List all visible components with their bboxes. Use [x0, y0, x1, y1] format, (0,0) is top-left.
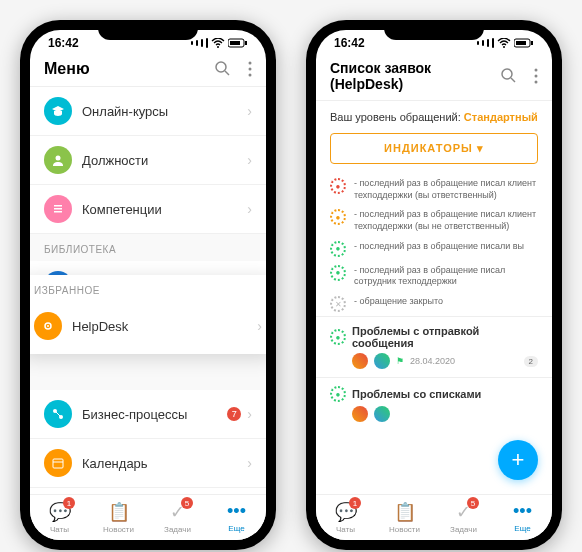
- more-icon[interactable]: [534, 68, 538, 84]
- flag-icon: ⚑: [396, 356, 404, 366]
- menu-label: Онлайн-курсы: [82, 104, 247, 119]
- process-icon: [44, 400, 72, 428]
- ticket-status-icon: ●: [330, 386, 346, 402]
- tab-more[interactable]: •••Еще: [207, 499, 266, 536]
- svg-point-25: [502, 69, 512, 79]
- ticket-item[interactable]: ● Проблемы со списками: [316, 377, 552, 430]
- list-icon: [44, 195, 72, 223]
- section-favorites: ИЗБРАННОЕ: [30, 275, 266, 302]
- svg-point-27: [535, 69, 538, 72]
- indicator-icon: ●: [330, 241, 346, 257]
- section-library: БИБЛИОТЕКА: [30, 234, 266, 261]
- more-dots-icon: •••: [227, 501, 246, 522]
- page-title: Список заявок (HelpDesk): [330, 60, 500, 92]
- news-icon: 📋: [108, 501, 130, 523]
- indicator-row: ●- последний раз в обращение писал сотру…: [316, 261, 552, 292]
- menu-item-positions[interactable]: Должности ›: [30, 136, 266, 185]
- ticket-status-icon: ●: [330, 329, 346, 345]
- svg-point-7: [249, 68, 252, 71]
- chevron-right-icon: ›: [247, 406, 252, 422]
- svg-point-4: [216, 62, 226, 72]
- more-dots-icon: •••: [513, 501, 532, 522]
- menu-item-competencies[interactable]: Компетенции ›: [30, 185, 266, 234]
- ticket-title: Проблемы со списками: [352, 388, 538, 400]
- avatar: [374, 353, 390, 369]
- phone-right: 16:42 Список заявок (HelpDesk) Ваш урове…: [306, 20, 562, 550]
- tab-news[interactable]: 📋Новости: [375, 499, 434, 536]
- svg-rect-10: [54, 205, 62, 207]
- graduation-icon: [44, 97, 72, 125]
- menu-item-calendar[interactable]: Календарь ›: [30, 439, 266, 488]
- avatar: [374, 406, 390, 422]
- svg-point-21: [503, 46, 505, 48]
- indicator-icon: ●: [330, 265, 346, 281]
- indicator-row: ✕- обращение закрыто: [316, 292, 552, 316]
- indicator-icon: ✕: [330, 296, 346, 312]
- tab-chats[interactable]: 1💬Чаты: [316, 499, 375, 536]
- status-time: 16:42: [48, 36, 79, 50]
- svg-point-28: [535, 75, 538, 78]
- level-label: Ваш уровень обращений:: [330, 111, 461, 123]
- menu-item-disk[interactable]: Мой диск ›: [30, 488, 266, 494]
- chevron-right-icon: ›: [247, 201, 252, 217]
- tab-tasks[interactable]: 5✓Задачи: [434, 499, 493, 536]
- menu-label: Компетенции: [82, 202, 247, 217]
- indicator-icon: ●: [330, 178, 346, 194]
- svg-point-6: [249, 62, 252, 65]
- phone-left: 16:42 Меню Онлайн-курсы › Должности: [20, 20, 276, 550]
- svg-rect-18: [53, 459, 63, 468]
- menu-label: Должности: [82, 153, 247, 168]
- ticket-item[interactable]: ● Проблемы с отправкой сообщения ⚑ 28.04…: [316, 316, 552, 377]
- notch: [384, 20, 484, 40]
- page-title: Меню: [44, 60, 90, 78]
- add-button[interactable]: +: [498, 440, 538, 480]
- svg-rect-12: [54, 211, 62, 213]
- calendar-icon: [44, 449, 72, 477]
- chevron-right-icon: ›: [257, 318, 262, 334]
- tab-more[interactable]: •••Еще: [493, 499, 552, 536]
- header: Меню: [30, 52, 266, 87]
- badge: 7: [227, 407, 241, 421]
- tab-tasks[interactable]: 5✓Задачи: [148, 499, 207, 536]
- svg-point-14: [47, 325, 49, 327]
- notch: [98, 20, 198, 40]
- chevron-down-icon: ▾: [477, 142, 484, 154]
- indicators-button[interactable]: ИНДИКАТОРЫ ▾: [330, 133, 538, 164]
- level-row: Ваш уровень обращений: Стандартный: [316, 101, 552, 133]
- svg-line-17: [56, 412, 60, 416]
- tabbar: 1💬Чаты 📋Новости 5✓Задачи •••Еще: [30, 494, 266, 540]
- svg-rect-11: [54, 208, 62, 210]
- plus-icon: +: [512, 447, 525, 473]
- search-icon[interactable]: [214, 60, 232, 78]
- tab-chats[interactable]: 1💬Чаты: [30, 499, 89, 536]
- ticket-title: Проблемы с отправкой сообщения: [352, 325, 538, 349]
- indicator-row: ●- последний раз в обращение писал клиен…: [316, 174, 552, 205]
- menu-label: HelpDesk: [72, 319, 257, 334]
- menu-label: Календарь: [82, 456, 247, 471]
- menu-item-bp[interactable]: Бизнес-процессы 7 ›: [30, 390, 266, 439]
- avatar: [352, 406, 368, 422]
- svg-rect-23: [516, 41, 526, 45]
- svg-rect-2: [230, 41, 240, 45]
- avatar: [352, 353, 368, 369]
- tab-news[interactable]: 📋Новости: [89, 499, 148, 536]
- chevron-right-icon: ›: [247, 455, 252, 471]
- status-icons: [477, 38, 534, 48]
- level-value: Стандартный: [464, 111, 538, 123]
- status-time: 16:42: [334, 36, 365, 50]
- chevron-right-icon: ›: [247, 103, 252, 119]
- status-icons: [191, 38, 248, 48]
- search-icon[interactable]: [500, 67, 518, 85]
- svg-line-5: [225, 71, 229, 75]
- indicator-row: ●- последний раз в обращение писали вы: [316, 237, 552, 261]
- chevron-right-icon: ›: [247, 152, 252, 168]
- news-icon: 📋: [394, 501, 416, 523]
- menu-label: Бизнес-процессы: [82, 407, 227, 422]
- indicator-row: ●- последний раз в обращение писал клиен…: [316, 205, 552, 236]
- gear-icon: [34, 312, 62, 340]
- more-icon[interactable]: [248, 61, 252, 77]
- menu-item-courses[interactable]: Онлайн-курсы ›: [30, 87, 266, 136]
- favorites-card: ИЗБРАННОЕ HelpDesk ›: [30, 275, 266, 354]
- user-icon: [44, 146, 72, 174]
- menu-item-helpdesk[interactable]: HelpDesk ›: [30, 302, 266, 350]
